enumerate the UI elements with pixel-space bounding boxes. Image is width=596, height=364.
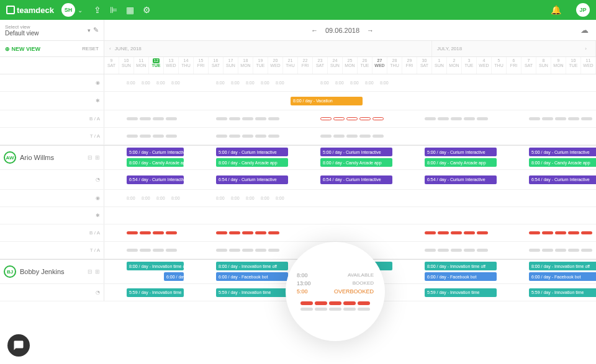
booking-bar[interactable]: 8:00 / day - Innovation time off bbox=[127, 262, 184, 270]
day-cell[interactable]: 9MON bbox=[551, 57, 566, 74]
day-cell[interactable]: 19TUE bbox=[253, 57, 268, 74]
day-cell[interactable]: 4WED bbox=[477, 57, 492, 74]
date-next-icon[interactable]: → bbox=[367, 27, 374, 34]
booking-bar[interactable]: 5:59 / day - Innovation time bbox=[127, 288, 184, 297]
day-cell[interactable]: 28THU bbox=[387, 57, 402, 74]
month-next-icon[interactable]: › bbox=[585, 46, 587, 51]
day-cell[interactable]: 5THU bbox=[492, 57, 507, 74]
date-prev-icon[interactable]: ← bbox=[311, 27, 318, 34]
person-name[interactable]: Ario Willms bbox=[20, 154, 54, 161]
expand-icon[interactable]: ⊞ bbox=[95, 154, 100, 161]
day-cell[interactable]: 14THU bbox=[179, 57, 194, 74]
day-cell[interactable]: 10SUN bbox=[119, 57, 134, 74]
booking-bar[interactable]: 8:00 / day - Candy Arcade app bbox=[425, 158, 497, 167]
booking-bar[interactable]: 8:00 / day - Innovation time off bbox=[529, 262, 596, 270]
day-cell[interactable]: 20WED bbox=[268, 57, 283, 74]
day-cell[interactable]: 29FRI bbox=[402, 57, 417, 74]
day-cell[interactable]: 10TUE bbox=[566, 57, 581, 74]
month-header: ‹ JUNE, 2018 JULY, 2018 › bbox=[104, 41, 596, 56]
top-bar: teamdeck SH ⌄ ⇪ ⊫ ▦ ⚙ 🔔 JP bbox=[0, 0, 596, 20]
day-cell[interactable]: 27WED bbox=[372, 57, 387, 74]
expand-icon[interactable]: ⊞ bbox=[95, 269, 100, 275]
booking-bar[interactable]: 6:54 / day - Curium Interactive bbox=[425, 175, 497, 184]
booking-bar[interactable]: 8:00 / day - Innovation time off bbox=[216, 262, 288, 270]
tooltip-overbooked-label: OVERBOOKED bbox=[334, 288, 374, 295]
booking-bar[interactable]: 5:00 / day - Curium Interactive bbox=[425, 148, 497, 156]
chat-launcher-icon[interactable] bbox=[7, 334, 30, 357]
person-avatar[interactable]: AW bbox=[4, 151, 16, 164]
collapse-icon[interactable]: ⊟ bbox=[88, 154, 93, 161]
day-cell[interactable]: 7SAT bbox=[522, 57, 536, 74]
day-cell[interactable]: 8SUN bbox=[536, 57, 551, 74]
day-cell[interactable]: 13WED bbox=[164, 57, 179, 74]
booking-bar[interactable]: 6:54 / day - Curium Interactive bbox=[529, 175, 596, 184]
days-header: 9SAT10SUN11MON12TUE13WED14THU15FRI16SAT1… bbox=[0, 57, 596, 74]
export-icon[interactable]: ⇪ bbox=[94, 5, 101, 15]
download-icon[interactable]: ☁ bbox=[580, 25, 589, 35]
booking-bar[interactable]: 8:00 / day - Candy Arcade app bbox=[216, 158, 288, 167]
settings-icon[interactable]: ⚙ bbox=[143, 5, 151, 15]
booking-bar[interactable]: 6:00 / day - Facebook bot bbox=[425, 272, 497, 281]
top-nav-icons: ⇪ ⊫ ▦ ⚙ bbox=[94, 5, 151, 15]
day-cell[interactable]: 11MON bbox=[134, 57, 149, 74]
day-cell[interactable]: 22FRI bbox=[298, 57, 313, 74]
booking-bar[interactable]: 5:59 / day - Innovation time bbox=[216, 288, 288, 297]
day-cell[interactable]: 1SUN bbox=[432, 57, 447, 74]
workspace-avatar[interactable]: SH bbox=[61, 3, 75, 17]
vacation-bar[interactable]: 8:00 / day - Vacation bbox=[291, 97, 363, 105]
booking-bar[interactable]: 6:00 / day bbox=[164, 272, 184, 281]
view-value: Default view bbox=[5, 30, 88, 37]
booking-bar[interactable]: 5:59 / day - Innovation time bbox=[425, 288, 497, 297]
booking-bar[interactable]: 5:00 / day - Curium Interactive bbox=[216, 148, 288, 156]
day-cell[interactable]: 26TUE bbox=[358, 57, 372, 74]
dropdown-icon[interactable]: ▾ bbox=[88, 27, 91, 33]
new-view-button[interactable]: ⊕ NEW VIEW bbox=[5, 46, 40, 52]
booking-bar[interactable]: 8:00 / day - Innovation time off bbox=[425, 262, 497, 270]
booking-bar[interactable]: 6:54 / day - Curium Interactive bbox=[216, 175, 288, 184]
day-cell[interactable]: 17SUN bbox=[224, 57, 238, 74]
booking-bar[interactable]: 6:54 / day - Curium Interactive bbox=[127, 175, 184, 184]
person-avatar[interactable]: BJ bbox=[4, 265, 16, 278]
day-cell[interactable]: 18MON bbox=[238, 57, 253, 74]
booking-bar[interactable]: 8:00 / day - Candy Arcade app bbox=[529, 158, 596, 167]
person-name[interactable]: Bobby Jenkins bbox=[20, 268, 65, 275]
day-cell[interactable]: 11WED bbox=[581, 57, 596, 74]
booking-bar[interactable]: 5:00 / day - Curium Interactive bbox=[320, 148, 392, 156]
booking-bar[interactable]: 8:00 / day - Candy Arcade app bbox=[127, 158, 184, 167]
day-cell[interactable]: 3TUE bbox=[462, 57, 477, 74]
day-cell[interactable]: 6FRI bbox=[507, 57, 522, 74]
booking-bar[interactable]: 6:00 / day - Facebook bot bbox=[529, 272, 596, 281]
month-prev-icon[interactable]: ‹ bbox=[109, 46, 111, 51]
edit-view-icon[interactable]: ✎ bbox=[93, 26, 99, 34]
booking-bar[interactable]: 5:00 / day - Curium Interactive bbox=[529, 148, 596, 156]
booking-bar[interactable]: 6:00 / day - Facebook bot bbox=[216, 272, 288, 281]
brand-logo[interactable]: teamdeck bbox=[6, 6, 54, 15]
ba-label: B / A bbox=[89, 116, 100, 122]
booking-bar[interactable]: 5:59 / day - Innovation time bbox=[529, 288, 596, 297]
day-cell[interactable]: 15FRI bbox=[194, 57, 209, 74]
day-cell[interactable]: 24SUN bbox=[328, 57, 343, 74]
day-cell[interactable]: 25MON bbox=[343, 57, 358, 74]
booking-bar[interactable]: 6:54 / day - Curium Interactive bbox=[320, 175, 392, 184]
notifications-icon[interactable]: 🔔 bbox=[551, 5, 561, 15]
reset-button[interactable]: RESET bbox=[82, 46, 99, 51]
day-cell[interactable]: 2MON bbox=[447, 57, 462, 74]
grid-icon[interactable]: ▦ bbox=[126, 5, 134, 15]
booking-bar[interactable]: 5:00 / day - Curium Interactive bbox=[127, 148, 184, 156]
month-june-label: JUNE, 2018 bbox=[115, 46, 142, 51]
timeline-icon[interactable]: ⊫ bbox=[110, 5, 117, 15]
chevron-down-icon[interactable]: ⌄ bbox=[78, 7, 83, 14]
day-cell[interactable]: 12TUE bbox=[149, 57, 164, 74]
day-cell[interactable]: 21THU bbox=[283, 57, 298, 74]
day-cell[interactable]: 23SAT bbox=[313, 57, 328, 74]
user-avatar[interactable]: JP bbox=[576, 3, 590, 17]
collapse-icon[interactable]: ⊟ bbox=[88, 269, 93, 275]
tooltip-available-value: 8:00 bbox=[297, 272, 308, 278]
day-cell[interactable]: 16SAT bbox=[209, 57, 224, 74]
day-cell[interactable]: 30SAT bbox=[417, 57, 432, 74]
sub-bar: Select view Default view ▾ ✎ ← 09.06.201… bbox=[0, 20, 596, 41]
view-selector[interactable]: Select view Default view ▾ ✎ bbox=[0, 20, 104, 41]
day-cell[interactable]: 9SAT bbox=[104, 57, 119, 74]
booking-bar[interactable]: 8:00 / day - Candy Arcade app bbox=[320, 158, 392, 167]
current-date[interactable]: 09.06.2018 bbox=[325, 27, 359, 34]
